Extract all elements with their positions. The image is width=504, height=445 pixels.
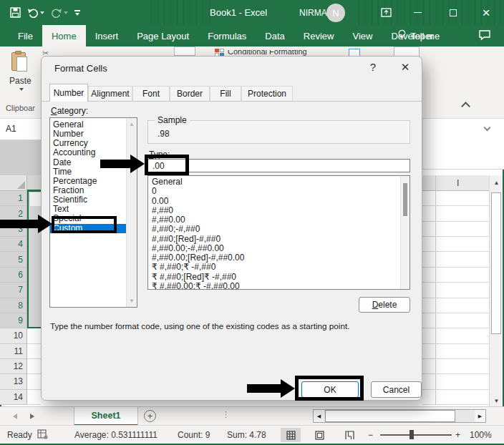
tab-bar-divider[interactable]: ⋮	[222, 410, 230, 419]
ribbon-tab[interactable]: Page Layout	[127, 25, 198, 47]
ribbon-tab[interactable]: File	[9, 25, 42, 47]
ribbon-tab[interactable]: Review	[294, 25, 344, 47]
type-option[interactable]: General	[148, 177, 410, 187]
grid-cells-right[interactable]	[422, 191, 489, 405]
paste-dropdown-icon[interactable]	[19, 88, 24, 91]
zoom-slider-thumb[interactable]	[410, 430, 414, 439]
dialog-tab-border[interactable]: Border	[170, 86, 210, 101]
row-header[interactable]: 10	[0, 328, 27, 343]
formula-bar-expand-icon[interactable]	[484, 124, 491, 132]
collapse-ribbon-icon[interactable]	[461, 102, 470, 111]
scroll-down-icon[interactable]: ▼	[490, 393, 503, 408]
type-option[interactable]: #,##0;[Red]-#,##0	[148, 235, 410, 244]
sheet-nav-left-icon[interactable]	[13, 414, 17, 419]
row-header[interactable]: 14	[0, 390, 27, 405]
ribbon-tab[interactable]: View	[343, 25, 382, 47]
dialog-close-icon[interactable]: ✕	[394, 61, 416, 74]
row-header[interactable]: 7	[0, 283, 27, 298]
horizontal-scrollbar-thumb[interactable]	[325, 410, 455, 422]
row-header[interactable]: 5	[0, 252, 27, 267]
row-header[interactable]: 4	[0, 237, 27, 252]
add-sheet-button[interactable]: +	[144, 410, 156, 422]
sheet-tab-sheet1[interactable]: Sheet1	[74, 407, 138, 426]
type-option[interactable]: ₹ #,##0;[Red]₹ -#,##0	[148, 273, 410, 282]
zoom-in-icon[interactable]: +	[455, 430, 460, 440]
close-button[interactable]: ×	[474, 0, 498, 25]
ribbon-tab[interactable]: Formulas	[198, 25, 256, 47]
scroll-right-icon[interactable]: ▶	[475, 410, 485, 422]
page-layout-view-icon[interactable]	[309, 428, 329, 442]
row-header[interactable]: 13	[0, 374, 27, 389]
type-option[interactable]: #,##0	[148, 206, 410, 215]
scroll-left-icon[interactable]: ◀	[314, 410, 324, 422]
dialog-tab-alignment[interactable]: Alignment	[88, 86, 132, 101]
column-header-i[interactable]: I	[422, 175, 489, 191]
dialog-tab-number[interactable]: Number	[49, 84, 88, 102]
ribbon-display-options-icon[interactable]	[374, 0, 398, 25]
type-option[interactable]: #,##0.00	[148, 215, 410, 225]
zoom-level[interactable]: 100%	[470, 430, 492, 440]
redo-icon[interactable]	[51, 8, 68, 18]
avatar[interactable]: N	[326, 4, 345, 22]
type-options-listbox[interactable]: General00.00#,##0#,##0.00#,##0;-#,##0#,#…	[147, 175, 410, 290]
scroll-up-icon[interactable]: ▲	[490, 175, 503, 190]
scroll-up-icon[interactable]: ▲	[129, 121, 135, 127]
undo-icon[interactable]	[27, 8, 44, 18]
formula-bar[interactable]	[422, 119, 504, 170]
dialog-tab-font[interactable]: Font	[132, 86, 170, 101]
comments-icon[interactable]	[478, 29, 491, 44]
undo-dropdown-icon[interactable]	[40, 11, 44, 14]
ribbon-tab[interactable]: Insert	[86, 25, 128, 47]
select-all-corner[interactable]	[0, 175, 27, 191]
tell-me[interactable]: Tell me	[398, 25, 440, 47]
sheet-nav-right-icon[interactable]	[30, 414, 34, 419]
help-icon[interactable]: ?	[362, 61, 384, 73]
delete-button[interactable]: Delete	[359, 297, 410, 313]
ribbon-tab[interactable]: Home	[42, 25, 86, 47]
type-option[interactable]: #,##0;-#,##0	[148, 225, 410, 234]
ribbon-tab[interactable]: Data	[256, 25, 294, 47]
page-break-view-icon[interactable]	[339, 428, 359, 442]
row-header[interactable]: 11	[0, 344, 27, 359]
column-header-a[interactable]	[27, 175, 41, 191]
type-option[interactable]: #,##0.00;[Red]-#,##0.00	[148, 253, 410, 263]
name-box[interactable]: A1	[0, 119, 41, 140]
type-option[interactable]: 0	[148, 187, 410, 196]
row-header[interactable]: 9	[0, 313, 27, 328]
minimize-button[interactable]	[405, 0, 430, 25]
row-header[interactable]: 12	[0, 359, 27, 374]
row-header[interactable]: 6	[0, 268, 27, 283]
type-option[interactable]: ₹ #,##0.00;₹ -#,##0.00	[148, 282, 410, 290]
scroll-down-icon[interactable]: ▼	[129, 298, 135, 304]
paste-icon[interactable]	[11, 51, 32, 74]
maximize-button[interactable]	[441, 0, 465, 25]
type-option[interactable]: #,##0.00;-#,##0.00	[148, 244, 410, 253]
macro-record-icon[interactable]	[37, 429, 48, 441]
zoom-slider[interactable]	[380, 434, 452, 436]
redo-dropdown-icon[interactable]	[64, 11, 68, 14]
type-options-scrollbar[interactable]	[400, 176, 410, 289]
zoom-out-icon[interactable]: −	[368, 430, 373, 440]
category-listbox[interactable]: GeneralNumberCurrencyAccountingDateTimeP…	[49, 117, 137, 308]
type-option[interactable]: ₹ #,##0;₹ -#,##0	[148, 263, 410, 272]
dialog-tab-fill[interactable]: Fill	[210, 86, 241, 101]
status-sum[interactable]: Sum: 4.78	[227, 430, 266, 440]
selection-range[interactable]	[27, 190, 41, 328]
save-icon[interactable]	[10, 7, 21, 18]
dialog-tab-protection[interactable]: Protection	[241, 86, 293, 101]
row-header[interactable]: 8	[0, 298, 27, 313]
category-scrollbar[interactable]: ▲ ▼	[126, 118, 137, 307]
partial-ribbon-button[interactable]	[174, 47, 195, 56]
status-count[interactable]: Count: 9	[178, 430, 210, 440]
customize-qat-icon[interactable]	[74, 10, 80, 16]
paste-label[interactable]: Paste	[9, 76, 32, 86]
type-option[interactable]: 0.00	[148, 197, 410, 206]
type-scrollbar-thumb[interactable]	[403, 183, 407, 216]
cancel-button[interactable]: Cancel	[371, 381, 422, 398]
normal-view-icon[interactable]	[281, 428, 301, 442]
horizontal-scrollbar[interactable]: ◀ ▶	[313, 409, 486, 423]
vertical-scrollbar[interactable]: ▲ ▼	[489, 175, 503, 408]
vertical-scrollbar-thumb[interactable]	[491, 192, 501, 334]
status-average[interactable]: Average: 0.531111111	[74, 430, 158, 440]
row-header[interactable]: 1	[0, 191, 27, 206]
